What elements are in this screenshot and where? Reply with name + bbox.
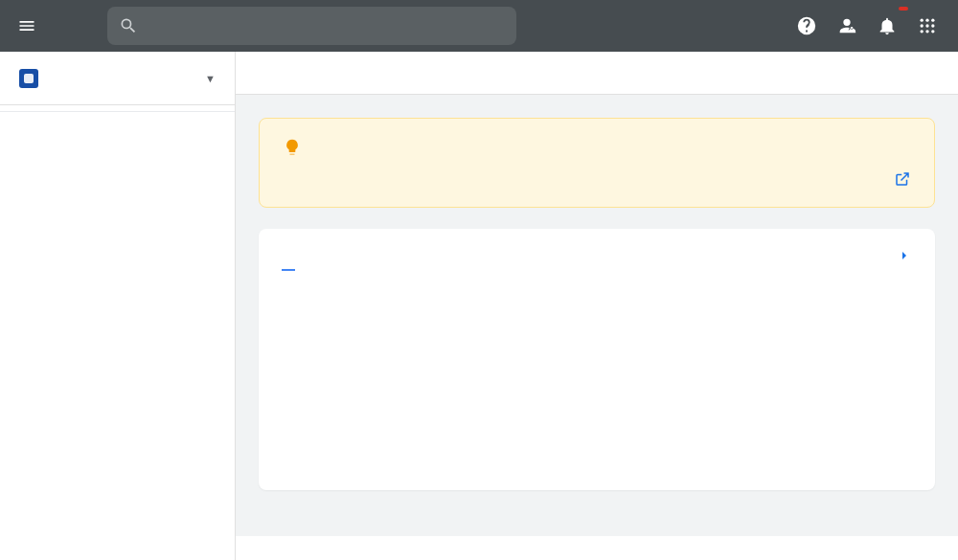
search-input[interactable] — [148, 18, 505, 34]
open-report-link[interactable] — [891, 248, 912, 263]
search-icon — [119, 16, 138, 35]
svg-point-8 — [931, 30, 934, 33]
svg-point-1 — [925, 19, 928, 22]
sidebar: ▼ — [0, 52, 236, 560]
performance-card — [259, 229, 935, 490]
legend-swatch — [282, 269, 295, 271]
svg-point-7 — [925, 30, 928, 33]
svg-point-2 — [931, 19, 934, 22]
property-icon — [19, 69, 38, 88]
divider — [0, 111, 235, 112]
search-box[interactable] — [107, 7, 516, 45]
chart-legend — [282, 269, 912, 271]
notifications-button[interactable] — [876, 14, 899, 37]
property-selector[interactable]: ▼ — [0, 52, 235, 105]
caret-down-icon: ▼ — [205, 73, 216, 84]
header-actions — [795, 14, 950, 37]
svg-point-6 — [921, 30, 924, 33]
svg-point-0 — [921, 19, 924, 22]
page-title — [236, 52, 958, 95]
help-button[interactable] — [795, 14, 818, 37]
lightbulb-icon — [283, 138, 302, 157]
chevron-right-icon — [897, 248, 912, 263]
svg-point-4 — [925, 24, 928, 27]
main-content — [236, 52, 958, 560]
menu-button[interactable] — [8, 7, 46, 45]
account-button[interactable] — [835, 14, 858, 37]
apps-button[interactable] — [916, 14, 939, 37]
insights-tip-card — [259, 118, 935, 208]
notification-badge — [899, 7, 908, 11]
app-header — [0, 0, 958, 52]
svg-point-5 — [931, 24, 934, 27]
clicks-line-chart — [299, 280, 912, 467]
svg-point-3 — [921, 24, 924, 27]
open-external-icon — [894, 170, 911, 188]
